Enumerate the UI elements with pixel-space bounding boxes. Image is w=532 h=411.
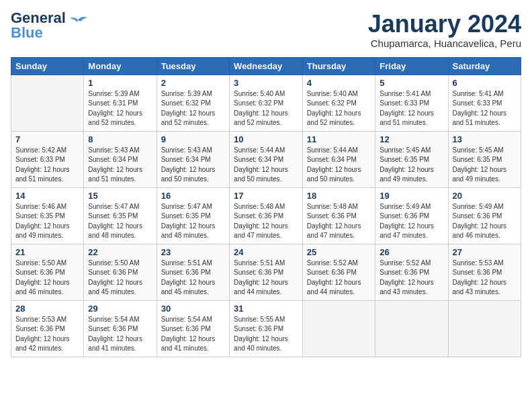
day-number: 16 [161,191,225,201]
day-number: 15 [88,191,152,201]
day-number: 3 [234,78,298,88]
day-info: Sunrise: 5:53 AMSunset: 6:36 PMDaylight:… [453,259,517,298]
calendar-cell [302,300,375,357]
day-number: 19 [380,191,443,201]
day-number: 18 [307,191,371,201]
calendar-cell: 25Sunrise: 5:52 AMSunset: 6:36 PMDayligh… [302,244,375,300]
logo-bird-icon [69,15,87,28]
calendar-cell: 5Sunrise: 5:41 AMSunset: 6:33 PMDaylight… [375,75,448,131]
logo-text: GeneralBlue [11,11,66,40]
day-number: 6 [453,78,517,88]
day-number: 4 [307,78,371,88]
calendar-cell: 13Sunrise: 5:45 AMSunset: 6:35 PMDayligh… [448,131,521,187]
calendar-cell: 4Sunrise: 5:40 AMSunset: 6:32 PMDaylight… [302,75,375,131]
calendar-cell: 20Sunrise: 5:49 AMSunset: 6:36 PMDayligh… [448,187,521,244]
calendar-cell: 9Sunrise: 5:43 AMSunset: 6:34 PMDaylight… [157,131,229,187]
day-number: 20 [453,191,517,201]
day-number: 9 [161,134,225,144]
day-info: Sunrise: 5:53 AMSunset: 6:36 PMDaylight:… [15,315,79,354]
calendar-header-row: SundayMondayTuesdayWednesdayThursdayFrid… [11,57,521,75]
weekday-header-monday: Monday [84,57,157,75]
day-info: Sunrise: 5:44 AMSunset: 6:34 PMDaylight:… [234,146,298,185]
day-info: Sunrise: 5:43 AMSunset: 6:34 PMDaylight:… [88,146,152,185]
day-info: Sunrise: 5:49 AMSunset: 6:36 PMDaylight:… [380,202,443,241]
day-number: 28 [15,304,79,314]
page-header: GeneralBlue January 2024 Chupamarca, Hua… [11,11,521,49]
calendar-cell: 29Sunrise: 5:54 AMSunset: 6:36 PMDayligh… [84,300,157,357]
calendar-week-row: 7Sunrise: 5:42 AMSunset: 6:33 PMDaylight… [11,131,521,187]
calendar-week-row: 28Sunrise: 5:53 AMSunset: 6:36 PMDayligh… [11,300,521,357]
day-number: 14 [15,191,79,201]
weekday-header-friday: Friday [375,57,448,75]
weekday-header-thursday: Thursday [302,57,375,75]
day-info: Sunrise: 5:48 AMSunset: 6:36 PMDaylight:… [234,202,298,241]
calendar-cell: 19Sunrise: 5:49 AMSunset: 6:36 PMDayligh… [375,187,448,244]
calendar-cell: 24Sunrise: 5:51 AMSunset: 6:36 PMDayligh… [230,244,303,300]
calendar-cell: 16Sunrise: 5:47 AMSunset: 6:35 PMDayligh… [157,187,229,244]
day-number: 17 [234,191,298,201]
calendar-cell: 12Sunrise: 5:45 AMSunset: 6:35 PMDayligh… [375,131,448,187]
calendar-cell: 15Sunrise: 5:47 AMSunset: 6:35 PMDayligh… [84,187,157,244]
day-number: 8 [88,134,152,144]
calendar-cell [448,300,521,357]
day-info: Sunrise: 5:42 AMSunset: 6:33 PMDaylight:… [15,146,79,185]
day-info: Sunrise: 5:47 AMSunset: 6:35 PMDaylight:… [88,202,152,241]
day-info: Sunrise: 5:48 AMSunset: 6:36 PMDaylight:… [307,202,371,241]
day-info: Sunrise: 5:52 AMSunset: 6:36 PMDaylight:… [307,259,371,298]
day-number: 10 [234,134,298,144]
day-number: 13 [453,134,517,144]
day-number: 11 [307,134,371,144]
day-info: Sunrise: 5:51 AMSunset: 6:36 PMDaylight:… [161,259,225,298]
day-info: Sunrise: 5:50 AMSunset: 6:36 PMDaylight:… [88,259,152,298]
day-info: Sunrise: 5:45 AMSunset: 6:35 PMDaylight:… [453,146,517,185]
weekday-header-wednesday: Wednesday [230,57,303,75]
calendar-cell [375,300,448,357]
month-title: January 2024 [368,11,521,38]
location: Chupamarca, Huancavelica, Peru [368,38,521,49]
day-number: 30 [161,304,225,314]
calendar-cell: 27Sunrise: 5:53 AMSunset: 6:36 PMDayligh… [448,244,521,300]
day-info: Sunrise: 5:40 AMSunset: 6:32 PMDaylight:… [234,89,298,128]
calendar-week-row: 1Sunrise: 5:39 AMSunset: 6:31 PMDaylight… [11,75,521,131]
day-info: Sunrise: 5:39 AMSunset: 6:31 PMDaylight:… [88,89,152,128]
day-info: Sunrise: 5:54 AMSunset: 6:36 PMDaylight:… [161,315,225,354]
calendar-table: SundayMondayTuesdayWednesdayThursdayFrid… [11,57,521,357]
day-number: 12 [380,134,443,144]
day-number: 25 [307,247,371,257]
calendar-cell: 18Sunrise: 5:48 AMSunset: 6:36 PMDayligh… [302,187,375,244]
day-number: 26 [380,247,443,257]
day-info: Sunrise: 5:50 AMSunset: 6:36 PMDaylight:… [15,259,79,298]
day-number: 2 [161,78,225,88]
day-info: Sunrise: 5:39 AMSunset: 6:32 PMDaylight:… [161,89,225,128]
calendar-cell: 2Sunrise: 5:39 AMSunset: 6:32 PMDaylight… [157,75,229,131]
day-number: 5 [380,78,443,88]
calendar-cell: 6Sunrise: 5:41 AMSunset: 6:33 PMDaylight… [448,75,521,131]
day-info: Sunrise: 5:41 AMSunset: 6:33 PMDaylight:… [380,89,443,128]
day-number: 29 [88,304,152,314]
calendar-cell: 14Sunrise: 5:46 AMSunset: 6:35 PMDayligh… [11,187,84,244]
calendar-cell: 11Sunrise: 5:44 AMSunset: 6:34 PMDayligh… [302,131,375,187]
calendar-cell: 1Sunrise: 5:39 AMSunset: 6:31 PMDaylight… [84,75,157,131]
weekday-header-sunday: Sunday [11,57,84,75]
day-info: Sunrise: 5:49 AMSunset: 6:36 PMDaylight:… [453,202,517,241]
calendar-cell: 21Sunrise: 5:50 AMSunset: 6:36 PMDayligh… [11,244,84,300]
day-info: Sunrise: 5:51 AMSunset: 6:36 PMDaylight:… [234,259,298,298]
title-block: January 2024 Chupamarca, Huancavelica, P… [368,11,521,49]
day-info: Sunrise: 5:55 AMSunset: 6:36 PMDaylight:… [234,315,298,354]
day-number: 24 [234,247,298,257]
day-info: Sunrise: 5:45 AMSunset: 6:35 PMDaylight:… [380,146,443,185]
calendar-cell: 31Sunrise: 5:55 AMSunset: 6:36 PMDayligh… [230,300,303,357]
day-info: Sunrise: 5:44 AMSunset: 6:34 PMDaylight:… [307,146,371,185]
day-info: Sunrise: 5:40 AMSunset: 6:32 PMDaylight:… [307,89,371,128]
calendar-cell: 17Sunrise: 5:48 AMSunset: 6:36 PMDayligh… [230,187,303,244]
calendar-cell: 23Sunrise: 5:51 AMSunset: 6:36 PMDayligh… [157,244,229,300]
calendar-cell: 28Sunrise: 5:53 AMSunset: 6:36 PMDayligh… [11,300,84,357]
day-number: 7 [15,134,79,144]
day-info: Sunrise: 5:52 AMSunset: 6:36 PMDaylight:… [380,259,443,298]
logo: GeneralBlue [11,11,87,40]
day-number: 1 [88,78,152,88]
day-number: 23 [161,247,225,257]
calendar-cell: 3Sunrise: 5:40 AMSunset: 6:32 PMDaylight… [230,75,303,131]
calendar-cell: 7Sunrise: 5:42 AMSunset: 6:33 PMDaylight… [11,131,84,187]
day-number: 22 [88,247,152,257]
